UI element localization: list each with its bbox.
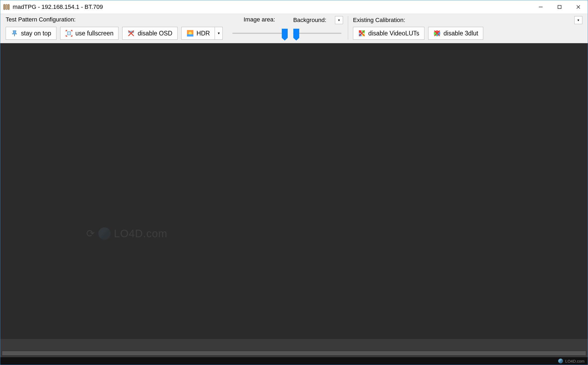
hdr-sun-icon [186,30,194,37]
chevron-down-icon: ▼ [217,31,220,35]
calibration-dropdown-button[interactable]: ▼ [574,16,582,24]
maximize-button[interactable] [550,0,569,14]
hdr-button-group: HDR ▼ [181,27,223,40]
horizontal-scrollbar[interactable] [2,351,586,356]
svg-rect-8 [67,32,71,35]
videolut-crossed-icon [358,30,366,37]
disable-3dlut-label: disable 3dlut [443,30,478,37]
osd-crossed-icon: OSD [127,30,135,37]
existing-calibration-label: Existing Calibration: [353,17,405,24]
stay-on-top-label: stay on top [21,30,51,37]
existing-calibration-section: Existing Calibration: ▼ [351,16,585,40]
minimize-button[interactable] [531,0,550,14]
toolbar: Test Pattern Configuration: stay on top [0,14,588,43]
window-controls [531,0,588,14]
hdr-button[interactable]: HDR [181,27,215,40]
three-d-lut-crossed-icon [433,30,441,37]
background-section: Background: ▼ [291,16,348,40]
svg-rect-14 [187,34,193,36]
slider-thumb-icon [293,29,299,38]
svg-rect-2 [8,4,9,10]
preview-area: ⟳ LO4D.com [0,43,588,339]
disable-osd-label: disable OSD [138,30,172,37]
svg-rect-1 [6,4,7,10]
background-slider[interactable] [293,27,341,40]
image-area-label: Image area: [244,16,275,24]
horizontal-scrollbar-region [0,349,588,357]
use-fullscreen-label: use fullscreen [75,30,114,37]
test-pattern-section: Test Pattern Configuration: stay on top [3,16,225,40]
watermark-text: LO4D.com [114,228,167,240]
titlebar: madTPG - 192.168.154.1 - BT.709 [0,0,588,14]
chevron-down-icon: ▼ [577,19,580,22]
pin-icon [11,30,18,37]
test-pattern-label: Test Pattern Configuration: [6,16,75,23]
disable-osd-button[interactable]: OSD disable OSD [122,27,177,40]
svg-rect-4 [558,5,561,9]
use-fullscreen-button[interactable]: use fullscreen [60,27,119,40]
fullscreen-icon [65,30,73,37]
background-dropdown-button[interactable]: ▼ [335,16,343,24]
disable-videoluts-label: disable VideoLUTs [368,30,419,37]
stay-on-top-button[interactable]: stay on top [6,27,56,40]
refresh-arrows-icon: ⟳ [86,228,95,239]
disable-videoluts-button[interactable]: disable VideoLUTs [353,27,424,40]
image-area-section: Image area: [230,16,288,40]
slider-thumb-icon [282,29,288,38]
status-strip [0,339,588,349]
window-title: madTPG - 192.168.154.1 - BT.709 [13,3,103,10]
footer-text: LO4D.com [565,359,585,363]
footer: LO4D.com [0,357,588,365]
app-icon [3,3,10,11]
globe-icon [558,359,563,363]
globe-icon [98,227,111,240]
app-window: madTPG - 192.168.154.1 - BT.709 Test Pat… [0,0,588,365]
hdr-label: HDR [197,30,210,37]
image-area-slider[interactable] [232,27,286,40]
watermark: ⟳ LO4D.com [86,227,167,240]
chevron-down-icon: ▼ [338,19,341,22]
background-label: Background: [293,17,326,24]
disable-3dlut-button[interactable]: disable 3dlut [428,27,483,40]
hdr-dropdown-button[interactable]: ▼ [215,27,223,40]
svg-rect-0 [3,4,5,10]
close-button[interactable] [569,0,588,14]
